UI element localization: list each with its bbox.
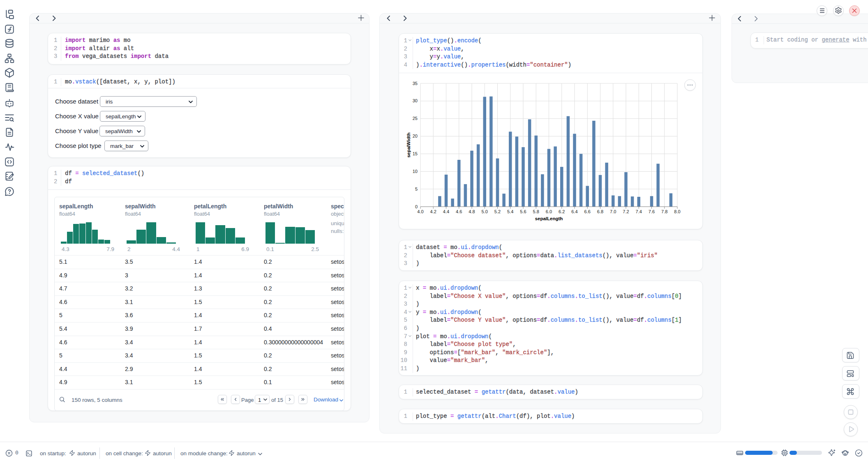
svg-text:5.0: 5.0 xyxy=(482,209,488,214)
svg-text:4.2: 4.2 xyxy=(430,209,436,214)
svg-text:4.6: 4.6 xyxy=(456,209,462,214)
svg-text:4.4: 4.4 xyxy=(443,209,449,214)
svg-text:sepalLength: sepalLength xyxy=(535,216,563,221)
svg-text:6.4: 6.4 xyxy=(571,209,577,214)
svg-text:7.2: 7.2 xyxy=(623,209,629,214)
svg-text:4.8: 4.8 xyxy=(469,209,475,214)
svg-text:15: 15 xyxy=(413,151,418,156)
svg-text:5.2: 5.2 xyxy=(494,209,501,214)
svg-text:6.6: 6.6 xyxy=(584,209,591,214)
svg-text:0: 0 xyxy=(415,204,418,209)
svg-text:20: 20 xyxy=(413,134,418,138)
svg-text:10: 10 xyxy=(413,169,418,174)
svg-text:6.8: 6.8 xyxy=(597,209,603,214)
svg-text:4.0: 4.0 xyxy=(417,209,423,214)
svg-text:7.6: 7.6 xyxy=(649,209,655,214)
svg-text:sepalWidth: sepalWidth xyxy=(406,132,411,157)
svg-text:7.8: 7.8 xyxy=(661,209,667,214)
svg-text:7.0: 7.0 xyxy=(610,209,616,214)
svg-text:8.0: 8.0 xyxy=(674,209,680,214)
svg-text:7.4: 7.4 xyxy=(636,209,642,214)
svg-text:5: 5 xyxy=(415,187,418,191)
svg-text:6.2: 6.2 xyxy=(559,209,565,214)
svg-text:5.8: 5.8 xyxy=(533,209,539,214)
svg-text:6.0: 6.0 xyxy=(546,209,552,214)
svg-text:30: 30 xyxy=(413,98,418,103)
svg-text:25: 25 xyxy=(413,116,418,121)
svg-text:5.4: 5.4 xyxy=(507,209,513,214)
svg-text:35: 35 xyxy=(413,81,418,86)
svg-text:5.6: 5.6 xyxy=(520,209,526,214)
